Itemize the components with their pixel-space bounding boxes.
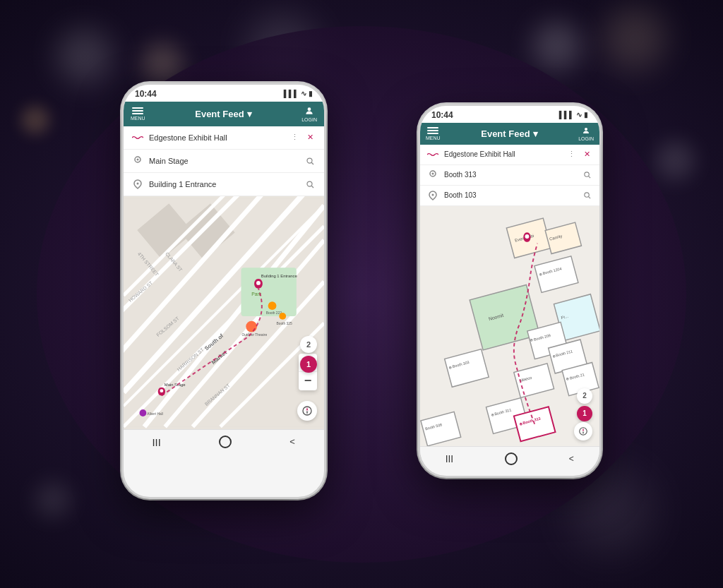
left-location-item-2[interactable]: Main Stage — [124, 150, 324, 173]
nav-home-right[interactable] — [505, 452, 518, 465]
search-icon-3 — [306, 180, 314, 188]
floor-plan-svg: EventMobi Canrity ⊕ Booth 1204 Noomit Fr… — [420, 206, 599, 446]
hamburger-icon — [132, 107, 143, 114]
left-phone-nav: ||| < — [124, 429, 324, 455]
left-app-header: MENU Event Feed ▾ LOGIN — [124, 102, 324, 126]
svg-text:Main Stage: Main Stage — [165, 382, 186, 386]
svg-line-50 — [588, 176, 590, 179]
right-location-item-3[interactable]: Booth 103 — [420, 186, 599, 206]
right-location-actions-2 — [581, 169, 592, 181]
svg-line-7 — [311, 186, 313, 188]
badge-1-right: 1 — [577, 406, 592, 421]
dots-menu-r1[interactable]: ⋮ — [566, 149, 577, 160]
right-location-name-2: Booth 313 — [444, 171, 575, 179]
svg-point-3 — [307, 158, 312, 163]
menu-label: MENU — [131, 116, 145, 121]
route-icon-r1 — [427, 149, 438, 160]
phones-container: 10:44 ▌▌▌ ∿ ▮ MENU Eve — [79, 47, 644, 541]
left-menu-button[interactable]: MENU — [131, 107, 145, 121]
battery-icon-r: ▮ — [584, 111, 588, 119]
street-map-svg: Park HOWARD ST FOLSOM ST HARRISON ST BRA… — [124, 196, 324, 429]
svg-text:Albert Hall: Albert Hall — [147, 412, 163, 415]
login-label: LOGIN — [301, 117, 317, 122]
svg-line-4 — [311, 162, 313, 164]
street-map: Park HOWARD ST FOLSOM ST HARRISON ST BRA… — [124, 196, 324, 429]
badge-2-right: 2 — [577, 388, 592, 404]
search-icon-2 — [306, 157, 314, 165]
nav-bars-left[interactable]: ||| — [153, 438, 161, 446]
pin-icon-r3 — [429, 191, 437, 200]
compass-button-right[interactable] — [574, 422, 592, 440]
svg-point-2 — [137, 158, 139, 160]
person-icon-r — [582, 126, 590, 135]
zoom-out-button[interactable]: − — [299, 372, 317, 390]
left-phone-status-icons: ▌▌▌ ∿ ▮ — [284, 90, 313, 97]
left-phone-time: 10:44 — [135, 89, 157, 99]
left-header-title[interactable]: Event Feed ▾ — [195, 109, 251, 119]
nav-back-right[interactable]: < — [569, 454, 574, 464]
pin-icon-r2 — [429, 170, 437, 180]
right-location-name-1: Edgestone Exhibit Hall — [444, 150, 560, 158]
wavy-route-icon — [132, 135, 143, 140]
left-location-item-3[interactable]: Building 1 Entrance — [124, 173, 324, 196]
nav-bars-right[interactable]: ||| — [446, 455, 453, 462]
close-button-1[interactable]: ✕ — [304, 132, 316, 143]
svg-marker-45 — [306, 411, 309, 414]
close-button-r1[interactable]: ✕ — [581, 149, 592, 160]
right-phone-status-icons: ▌▌▌ ∿ ▮ — [559, 111, 588, 119]
svg-marker-84 — [582, 431, 584, 435]
svg-point-41 — [140, 409, 147, 416]
event-feed-title: Event Feed — [195, 109, 244, 119]
hamburger-icon-r — [427, 127, 438, 134]
left-login-button[interactable]: LOGIN — [301, 106, 317, 122]
location-icon-r3 — [427, 190, 438, 201]
nav-home-left[interactable] — [219, 436, 232, 448]
battery-icon: ▮ — [309, 90, 313, 97]
search-icon-r2 — [583, 171, 591, 179]
right-phone-status-bar: 10:44 ▌▌▌ ∿ ▮ — [420, 106, 599, 123]
svg-text:Outdoor Theatre: Outdoor Theatre — [241, 333, 267, 337]
right-location-actions-1: ⋮ ✕ — [566, 149, 592, 160]
search-button-r3[interactable] — [581, 190, 592, 201]
right-location-item-2[interactable]: Booth 313 — [420, 165, 599, 186]
compass-button-left[interactable] — [297, 401, 317, 421]
svg-point-5 — [137, 182, 139, 184]
search-button-r2[interactable] — [581, 169, 592, 181]
right-menu-button[interactable]: MENU — [426, 127, 441, 140]
search-button-2[interactable] — [304, 155, 316, 167]
person-icon — [304, 106, 314, 116]
svg-point-33 — [268, 301, 277, 310]
right-login-button[interactable]: LOGIN — [578, 126, 594, 141]
pin-icon-3 — [133, 179, 142, 189]
svg-point-81 — [525, 234, 529, 239]
floor-plan-map: EventMobi Canrity ⊕ Booth 1204 Noomit Fr… — [420, 206, 599, 446]
right-location-item-1[interactable]: Edgestone Exhibit Hall ⋮ ✕ — [420, 145, 599, 165]
title-arrow: ▾ — [247, 109, 252, 119]
right-header-title[interactable]: Event Feed ▾ — [481, 128, 537, 139]
route-icon-1 — [132, 132, 143, 143]
svg-point-49 — [584, 172, 588, 176]
oval-container: 10:44 ▌▌▌ ∿ ▮ MENU Eve — [37, 26, 686, 563]
svg-point-6 — [307, 181, 312, 186]
svg-point-46 — [585, 128, 587, 131]
svg-text:Building 1 Entrance: Building 1 Entrance — [261, 274, 297, 278]
nav-back-left[interactable]: < — [289, 436, 295, 447]
left-map-area[interactable]: Park HOWARD ST FOLSOM ST HARRISON ST BRA… — [124, 196, 324, 429]
left-location-name-2: Main Stage — [149, 157, 299, 165]
event-feed-title-r: Event Feed — [481, 128, 530, 139]
right-location-list: Edgestone Exhibit Hall ⋮ ✕ Booth 313 — [420, 145, 599, 206]
left-location-item-1[interactable]: Edgestone Exhibit Hall ⋮ ✕ — [124, 126, 324, 150]
compass-icon-left — [301, 405, 313, 416]
svg-point-52 — [584, 193, 588, 197]
location-icon-2 — [132, 155, 143, 167]
left-location-actions-1: ⋮ ✕ — [289, 132, 316, 143]
search-button-3[interactable] — [304, 179, 316, 190]
right-map-area[interactable]: EventMobi Canrity ⊕ Booth 1204 Noomit Fr… — [420, 206, 599, 446]
svg-text:Booth 222: Booth 222 — [266, 311, 282, 314]
svg-point-37 — [246, 320, 257, 332]
svg-marker-44 — [306, 407, 309, 410]
svg-text:Booth 325: Booth 325 — [276, 321, 292, 325]
right-location-actions-3 — [581, 190, 592, 201]
dots-menu-button-1[interactable]: ⋮ — [289, 132, 300, 143]
svg-line-53 — [588, 197, 590, 199]
